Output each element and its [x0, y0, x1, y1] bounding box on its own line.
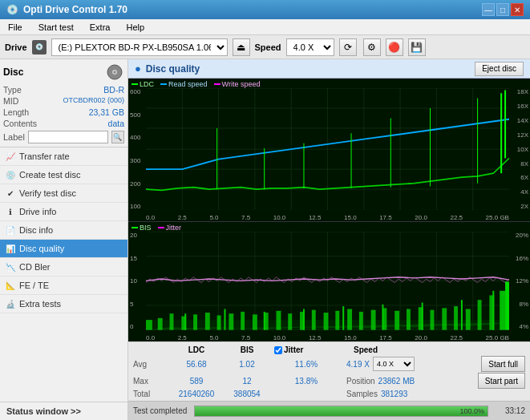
refresh-button[interactable]: ⟳ — [339, 38, 357, 56]
svg-rect-60 — [241, 312, 245, 330]
chart-bottom: BIS Jitter 20 15 10 5 0 20% — [128, 222, 530, 341]
svg-rect-74 — [407, 309, 411, 330]
length-value: 23,31 GB — [89, 107, 124, 117]
chart-top-svg — [146, 88, 509, 210]
menu-help[interactable]: Help — [123, 22, 148, 33]
label-input[interactable] — [28, 131, 108, 143]
bis-avg: 1.02 — [228, 360, 266, 369]
start-part-button[interactable]: Start part — [478, 373, 525, 389]
svg-rect-52 — [146, 321, 152, 330]
ldc-col-header: LDC — [173, 345, 220, 354]
samples-label: Samples — [346, 390, 378, 398]
progress-bar-inner — [195, 406, 488, 416]
svg-rect-67 — [324, 313, 329, 330]
sidebar-item-create-test-disc[interactable]: 💿 Create test disc — [0, 166, 127, 184]
app-icon: 💿 — [6, 4, 18, 15]
disc-quality-header: ● Disc quality Eject disc — [128, 59, 530, 79]
drive-label: Drive — [5, 42, 27, 52]
status-text: Test completed — [133, 406, 189, 415]
svg-rect-53 — [158, 318, 163, 330]
svg-rect-68 — [335, 311, 339, 330]
svg-rect-61 — [253, 315, 257, 330]
svg-rect-54 — [170, 314, 174, 330]
speed-select-drive[interactable]: 4.0 X — [286, 38, 334, 56]
speed-col-header: Speed — [346, 345, 385, 354]
speed-value: 4.19 X — [346, 360, 370, 369]
sidebar-item-drive-info[interactable]: ℹ Drive info — [0, 203, 127, 221]
sidebar-item-fe-te[interactable]: 📐 FE / TE — [0, 277, 127, 295]
start-full-button[interactable]: Start full — [481, 356, 525, 372]
eject-button[interactable]: ⏏ — [233, 38, 250, 56]
svg-rect-64 — [288, 314, 292, 330]
jitter-col-header: Jitter — [284, 345, 303, 354]
title-bar: 💿 Opti Drive Control 1.70 — □ ✕ — [0, 0, 530, 19]
save-button[interactable]: 💾 — [408, 38, 426, 56]
max-row-label: Max — [133, 377, 165, 386]
bis-total: 388054 — [228, 390, 266, 398]
svg-rect-58 — [217, 316, 221, 330]
app-title: Opti Drive Control 1.70 — [23, 4, 127, 15]
svg-rect-81 — [489, 296, 494, 330]
contents-value: data — [108, 119, 124, 128]
mid-value: OTCBDR002 (000) — [63, 96, 124, 106]
config-button2[interactable]: 🔴 — [386, 38, 403, 56]
sidebar-item-cd-bler[interactable]: 📉 CD Bler — [0, 258, 127, 277]
position-value: 23862 MB — [378, 377, 415, 386]
jitter-avg: 11.6% — [274, 360, 338, 369]
label-label: Label — [3, 132, 25, 142]
disc-section: Disc Type BD-R MID OTCBDR002 (000) Leng — [0, 59, 127, 147]
sidebar-item-extra-tests[interactable]: 🔬 Extra tests — [0, 295, 127, 313]
svg-rect-79 — [466, 309, 471, 330]
type-label: Type — [3, 85, 22, 95]
length-label: Length — [3, 107, 29, 117]
svg-rect-69 — [347, 309, 352, 330]
sidebar-item-disc-info[interactable]: 📄 Disc info — [0, 221, 127, 240]
svg-rect-57 — [205, 313, 210, 330]
sidebar-item-verify-test-disc[interactable]: ✔ Verify test disc — [0, 184, 127, 203]
eject-disc-button[interactable]: Eject disc — [475, 62, 524, 76]
chart-area: LDC Read speed Write speed 600 500 400 — [128, 79, 530, 341]
svg-rect-56 — [193, 315, 197, 330]
disc-section-title: Disc — [3, 67, 23, 78]
svg-rect-80 — [478, 301, 482, 330]
svg-rect-66 — [312, 310, 316, 330]
menu-extra[interactable]: Extra — [87, 22, 114, 33]
svg-rect-71 — [371, 310, 376, 330]
jitter-checkbox[interactable] — [274, 346, 282, 354]
jitter-max: 13.8% — [274, 377, 338, 386]
progress-percent: 100.0% — [459, 406, 484, 416]
svg-rect-59 — [229, 314, 233, 330]
menu-file[interactable]: File — [5, 22, 26, 33]
svg-rect-62 — [265, 313, 269, 330]
disc-section-icon — [105, 63, 124, 82]
drive-bar: Drive 💿 (E:) PLEXTOR BD-R PX-LB950SA 1.0… — [0, 35, 530, 59]
drive-select[interactable]: (E:) PLEXTOR BD-R PX-LB950SA 1.06 — [51, 38, 228, 56]
progress-bar-area: Test completed 100.0% 33:12 — [128, 401, 530, 420]
minimize-button[interactable]: — — [482, 3, 495, 16]
menu-start-test[interactable]: Start test — [35, 22, 77, 33]
svg-rect-73 — [394, 311, 399, 330]
svg-rect-83 — [505, 282, 509, 330]
svg-rect-72 — [382, 309, 386, 330]
sidebar-item-transfer-rate[interactable]: 📈 Transfer rate — [0, 147, 127, 166]
svg-rect-70 — [359, 312, 363, 330]
label-icon-btn[interactable]: 🔍 — [111, 131, 124, 143]
bis-col-header: BIS — [228, 345, 266, 354]
ldc-max: 589 — [173, 377, 220, 386]
speed-label: Speed — [255, 42, 281, 52]
status-window-button[interactable]: Status window >> — [0, 402, 127, 420]
chart-top: LDC Read speed Write speed 600 500 400 — [128, 79, 530, 222]
ldc-avg: 56.68 — [173, 360, 220, 369]
svg-point-2 — [114, 71, 116, 74]
config-button1[interactable]: ⚙ — [363, 38, 381, 56]
sidebar-item-disc-quality[interactable]: 📊 Disc quality — [0, 240, 127, 258]
close-button[interactable]: ✕ — [511, 3, 524, 16]
drive-icon: 💿 — [32, 40, 47, 55]
maximize-button[interactable]: □ — [496, 3, 509, 16]
ldc-total: 21640260 — [173, 390, 220, 398]
svg-rect-75 — [419, 308, 423, 330]
stats-area: LDC BIS Jitter Speed Avg 56.68 1.02 11.6… — [128, 341, 530, 401]
speed-select-stats[interactable]: 4.0 X — [373, 357, 415, 371]
disc-quality-title: Disc quality — [146, 63, 200, 75]
svg-rect-82 — [500, 291, 505, 330]
